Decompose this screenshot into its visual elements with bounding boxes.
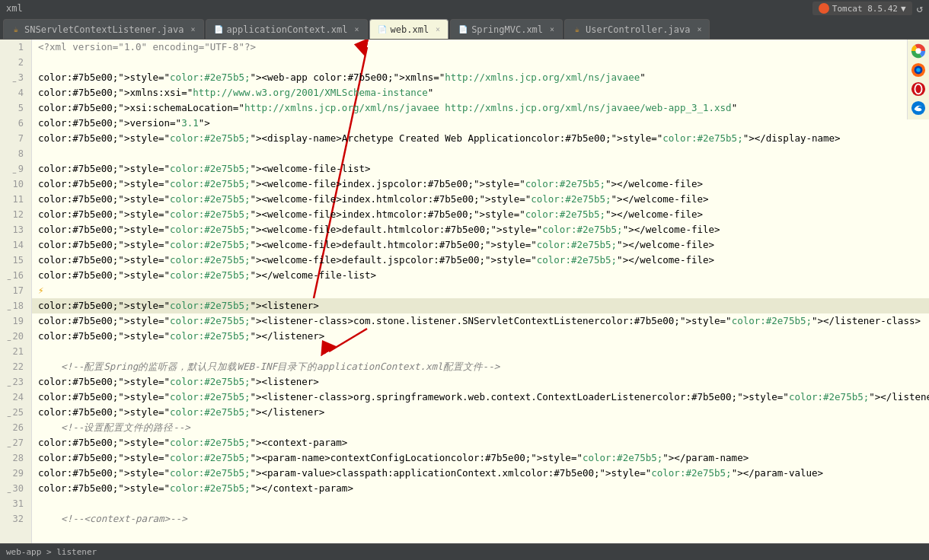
- firefox-icon[interactable]: [910, 62, 927, 78]
- line-num-20: −20: [0, 329, 27, 344]
- code-line-1: <?xml version="1.0" encoding="UTF-8"?>: [32, 40, 929, 55]
- tab-label-webxml: web.xml: [391, 24, 429, 35]
- fold-btn-18[interactable]: −: [4, 302, 11, 310]
- code-line-7: color:#7b5e00;">style="color:#2e75b5;"><…: [32, 131, 929, 146]
- code-line-22: <!--配置Spring的监听器，默认只加载WEB-INF目录下的applica…: [32, 359, 929, 374]
- status-bar: web-app > listener: [0, 543, 929, 560]
- line-num-30: −30: [0, 481, 27, 496]
- tab-snservlet[interactable]: ☕SNServletContextListener.java×: [3, 19, 204, 39]
- line-num-5: 5: [0, 100, 27, 116]
- code-line-17: ⚡: [32, 283, 929, 298]
- line-num-13: 13: [0, 222, 27, 237]
- breadcrumb: web-app > listener: [6, 547, 97, 557]
- line-num-7: 7: [0, 131, 27, 146]
- line-num-12: 12: [0, 207, 27, 222]
- tab-appcontext[interactable]: 📄applicationContext.xml×: [206, 19, 368, 39]
- tab-close-webxml[interactable]: ×: [436, 25, 440, 33]
- tab-usercontroller[interactable]: ☕UserController.java×: [564, 19, 710, 39]
- line-num-27: −27: [0, 435, 27, 450]
- tomcat-badge[interactable]: Tomcat 8.5.42 ▼: [812, 2, 912, 15]
- code-line-14: color:#7b5e00;">style="color:#2e75b5;"><…: [32, 237, 929, 253]
- refresh-icon[interactable]: ↺: [917, 2, 923, 14]
- code-line-6: color:#7b5e00;">version="3.1">: [32, 116, 929, 131]
- line-num-9: −9: [0, 161, 27, 177]
- code-line-21: [32, 344, 929, 359]
- code-line-30: color:#7b5e00;">style="color:#2e75b5;"><…: [32, 481, 929, 496]
- line-num-16: −16: [0, 268, 27, 283]
- code-line-19: color:#7b5e00;">style="color:#2e75b5;"><…: [32, 313, 929, 329]
- code-line-24: color:#7b5e00;">style="color:#2e75b5;"><…: [32, 390, 929, 405]
- tab-springmvc[interactable]: 📄SpringMVC.xml×: [450, 19, 563, 39]
- line-num-4: 4: [0, 85, 27, 100]
- line-num-32: 32: [0, 511, 27, 527]
- line-num-31: 31: [0, 496, 27, 511]
- opera-icon[interactable]: [910, 81, 927, 97]
- fold-btn-9[interactable]: −: [9, 165, 17, 173]
- code-line-23: color:#7b5e00;">style="color:#2e75b5;"><…: [32, 374, 929, 390]
- tab-label-snservlet: SNServletContextListener.java: [24, 24, 184, 35]
- title-bar: xml Tomcat 8.5.42 ▼ ↺: [0, 0, 929, 17]
- fold-btn-3[interactable]: −: [9, 74, 17, 81]
- fold-btn-27[interactable]: −: [4, 439, 11, 447]
- line-num-14: 14: [0, 237, 27, 253]
- code-line-16: color:#7b5e00;">style="color:#2e75b5;"><…: [32, 268, 929, 283]
- fold-btn-23[interactable]: −: [4, 378, 11, 386]
- tab-bar: ☕SNServletContextListener.java×📄applicat…: [0, 17, 929, 40]
- line-num-26: 26: [0, 420, 27, 435]
- code-line-3: color:#7b5e00;">style="color:#2e75b5;"><…: [32, 70, 929, 85]
- tab-close-snservlet[interactable]: ×: [191, 25, 196, 33]
- line-num-6: 6: [0, 116, 27, 131]
- code-line-15: color:#7b5e00;">style="color:#2e75b5;"><…: [32, 253, 929, 268]
- browser-icons-panel: [907, 40, 929, 119]
- code-line-27: color:#7b5e00;">style="color:#2e75b5;"><…: [32, 435, 929, 450]
- chrome-icon[interactable]: [910, 43, 927, 59]
- line-num-8: 8: [0, 146, 27, 161]
- code-line-5: color:#7b5e00;">xsi:schemaLocation="http…: [32, 100, 929, 116]
- code-line-2: [32, 55, 929, 70]
- svg-point-5: [915, 48, 921, 53]
- line-num-19: 19: [0, 313, 27, 329]
- code-line-12: color:#7b5e00;">style="color:#2e75b5;"><…: [32, 207, 929, 222]
- tab-webxml[interactable]: 📄web.xml×: [369, 19, 449, 39]
- tab-icon-appcontext: 📄: [214, 25, 223, 34]
- line-num-2: 2: [0, 55, 27, 70]
- fold-btn-16[interactable]: −: [4, 272, 11, 279]
- tab-close-usercontroller[interactable]: ×: [697, 25, 701, 33]
- tab-label-usercontroller: UserController.java: [586, 24, 690, 35]
- fold-btn-30[interactable]: −: [4, 485, 11, 492]
- code-content[interactable]: <?xml version="1.0" encoding="UTF-8"?> c…: [32, 40, 929, 543]
- editor-area: 12−345678−9101112131415−1617−1819−202122…: [0, 40, 929, 543]
- line-num-22: 22: [0, 359, 27, 374]
- line-num-24: 24: [0, 390, 27, 405]
- edge-icon[interactable]: [910, 100, 927, 116]
- tab-icon-webxml: 📄: [378, 25, 387, 34]
- svg-point-8: [916, 68, 920, 72]
- code-line-32: <!--<context-param>-->: [32, 511, 929, 527]
- code-line-29: color:#7b5e00;">style="color:#2e75b5;"><…: [32, 466, 929, 481]
- code-line-4: color:#7b5e00;">xmlns:xsi="http://www.w3…: [32, 85, 929, 100]
- tab-label-appcontext: applicationContext.xml: [227, 24, 348, 35]
- code-line-31: [32, 496, 929, 511]
- line-num-23: −23: [0, 374, 27, 390]
- code-line-18: color:#7b5e00;">style="color:#2e75b5;"><…: [32, 298, 929, 313]
- tomcat-chevron[interactable]: ▼: [901, 4, 906, 14]
- code-line-25: color:#7b5e00;">style="color:#2e75b5;"><…: [32, 405, 929, 420]
- code-line-9: color:#7b5e00;">style="color:#2e75b5;"><…: [32, 161, 929, 177]
- line-num-15: 15: [0, 253, 27, 268]
- tomcat-icon: [819, 3, 829, 14]
- tab-close-springmvc[interactable]: ×: [550, 25, 554, 33]
- tomcat-label: Tomcat 8.5.42: [832, 4, 898, 14]
- code-line-10: color:#7b5e00;">style="color:#2e75b5;"><…: [32, 177, 929, 192]
- fold-btn-25[interactable]: −: [4, 409, 11, 416]
- fold-btn-20[interactable]: −: [4, 332, 11, 340]
- line-num-28: 28: [0, 450, 27, 466]
- line-num-17: 17: [0, 283, 27, 298]
- code-line-13: color:#7b5e00;">style="color:#2e75b5;"><…: [32, 222, 929, 237]
- window-title: xml: [6, 3, 23, 14]
- tab-close-appcontext[interactable]: ×: [355, 25, 359, 33]
- code-line-8: [32, 146, 929, 161]
- code-line-11: color:#7b5e00;">style="color:#2e75b5;"><…: [32, 192, 929, 207]
- title-bar-left: xml: [6, 3, 23, 14]
- line-num-29: 29: [0, 466, 27, 481]
- tab-icon-springmvc: 📄: [458, 25, 468, 34]
